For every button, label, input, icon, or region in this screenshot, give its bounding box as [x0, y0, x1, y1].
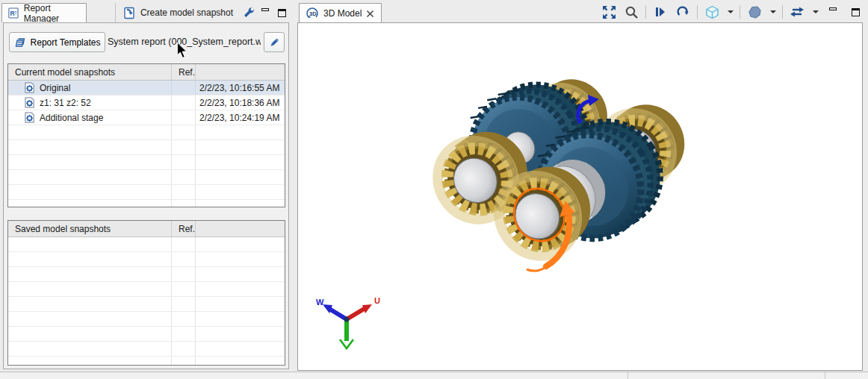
snapshot-date: 2/2/23, 10:18:36 AM: [196, 95, 285, 110]
shading-mode-button[interactable]: [746, 3, 763, 21]
snapshot-ref: [172, 81, 196, 95]
toolbar-separator: [740, 5, 740, 19]
empty-row: [8, 252, 285, 267]
bottom-panel-edge: [0, 372, 868, 379]
snapshot-name: Additional stage: [40, 113, 103, 123]
report-manager-panel: R Report Manager Create model snapshot: [0, 0, 293, 372]
empty-row: [8, 237, 285, 252]
tab-report-manager[interactable]: R Report Manager: [1, 3, 87, 22]
rotate-view-icon: [676, 5, 690, 19]
maximize-view-button[interactable]: [847, 3, 864, 21]
ref-column-header: Ref.: [172, 64, 196, 80]
zoom-icon: [624, 5, 639, 19]
report-manager-tabbar: R Report Manager Create model snapshot: [0, 0, 293, 22]
rotate-view-button[interactable]: [675, 3, 691, 21]
3d-view-toolbar: [601, 2, 864, 22]
fit-view-button[interactable]: [601, 3, 617, 21]
svg-text:R: R: [10, 10, 16, 17]
current-snapshots-table: Current model snapshots Ref. Original 2/…: [7, 63, 285, 207]
toolbar-separator: [697, 5, 698, 19]
axis-u-label: U: [374, 296, 380, 305]
close-icon[interactable]: [366, 10, 374, 18]
3d-model-panel: 3D 3D Model: [293, 0, 868, 372]
empty-row: [8, 342, 285, 357]
gearbox-3d-render: W U V: [298, 23, 862, 370]
fit-view-icon: [602, 5, 616, 19]
report-name-label: System report (000_System_report.wbre: [108, 32, 261, 52]
empty-row: [8, 312, 285, 327]
shading-icon: [748, 5, 762, 19]
minimize-icon: [829, 7, 837, 10]
panel-settings-button[interactable]: [241, 4, 257, 22]
3d-model-tabbar: 3D 3D Model: [293, 0, 868, 22]
report-templates-label: Report Templates: [31, 37, 101, 48]
edit-pencil-icon: [268, 37, 280, 48]
report-manager-icon: R: [8, 7, 19, 19]
snapshot-date: 2/2/23, 10:16:55 AM: [196, 81, 285, 95]
create-model-snapshot-label: Create model snapshot: [140, 7, 233, 18]
snapshot-row-z1-z2[interactable]: z1: 31 z2: 52 2/2/23, 10:18:36 AM: [8, 95, 285, 110]
empty-row: [8, 327, 285, 342]
wrench-icon: [242, 6, 255, 19]
snapshot-gear-doc-icon: [25, 97, 35, 109]
edit-report-button[interactable]: [264, 32, 285, 52]
snapshot-name: z1: 31 z2: 52: [40, 98, 91, 108]
empty-row: [8, 170, 285, 185]
snapshot-row-additional-stage[interactable]: Additional stage 2/2/23, 10:24:19 AM: [8, 110, 285, 125]
iso-view-button[interactable]: [704, 3, 720, 21]
minimize-panel-button[interactable]: [257, 4, 273, 22]
toolbar-separator: [645, 5, 646, 19]
empty-row: [8, 140, 285, 155]
maximize-icon: [278, 9, 286, 17]
shading-mode-dropdown[interactable]: [770, 10, 776, 13]
empty-row: [8, 357, 285, 366]
tab-3d-model[interactable]: 3D 3D Model: [299, 3, 382, 23]
3d-viewport[interactable]: W U V: [297, 22, 863, 371]
iso-view-icon: [705, 5, 719, 19]
saved-snapshots-title: Saved model snapshots: [8, 221, 172, 237]
axis-w-label: W: [316, 298, 324, 307]
animate-button[interactable]: [652, 3, 669, 21]
report-templates-icon: [14, 37, 26, 48]
snapshot-date: 2/2/23, 10:24:19 AM: [196, 110, 285, 125]
snapshot-ref: [172, 110, 196, 125]
empty-row: [8, 125, 285, 140]
loop-animation-button[interactable]: [789, 3, 805, 21]
maximize-panel-button[interactable]: [273, 4, 290, 22]
snapshot-row-original[interactable]: Original 2/2/23, 10:16:55 AM: [8, 81, 285, 95]
3d-model-icon: 3D: [306, 7, 319, 20]
snapshot-ref: [172, 95, 196, 110]
snapshot-gear-doc-icon: [25, 82, 35, 94]
saved-snapshots-table: Saved model snapshots Ref.: [7, 220, 285, 366]
svg-text:3D: 3D: [309, 10, 317, 17]
maximize-icon: [852, 8, 860, 16]
minimize-view-button[interactable]: [825, 3, 841, 21]
tab-3d-model-label: 3D Model: [323, 8, 362, 19]
snapshot-name: Original: [40, 83, 70, 93]
create-snapshot-icon: [123, 7, 136, 19]
axes-triad: W U V: [316, 296, 380, 351]
zoom-button[interactable]: [623, 3, 639, 21]
loop-animation-dropdown[interactable]: [813, 10, 819, 13]
empty-row: [8, 297, 285, 312]
current-snapshots-title: Current model snapshots: [8, 64, 172, 80]
date-column-header: [196, 64, 285, 80]
date-column-header: [196, 221, 285, 237]
report-templates-button[interactable]: Report Templates: [9, 32, 105, 52]
empty-row: [8, 267, 285, 282]
ref-column-header: Ref.: [172, 221, 196, 237]
empty-row: [8, 185, 285, 200]
iso-view-dropdown[interactable]: [728, 10, 734, 13]
animate-icon: [654, 5, 667, 19]
saved-snapshots-header: Saved model snapshots Ref.: [8, 221, 285, 237]
empty-row: [8, 282, 285, 297]
toolbar-separator: [782, 5, 783, 19]
create-model-snapshot-button[interactable]: Create model snapshot: [115, 3, 241, 22]
empty-row: [8, 155, 285, 170]
report-manager-body: Report Templates System report (000_Syst…: [3, 22, 289, 369]
empty-row: [8, 200, 285, 207]
minimize-icon: [261, 8, 269, 11]
tab-report-manager-label: Report Manager: [24, 3, 80, 24]
current-snapshots-header: Current model snapshots Ref.: [8, 64, 285, 81]
snapshot-gear-doc-icon: [25, 112, 35, 124]
